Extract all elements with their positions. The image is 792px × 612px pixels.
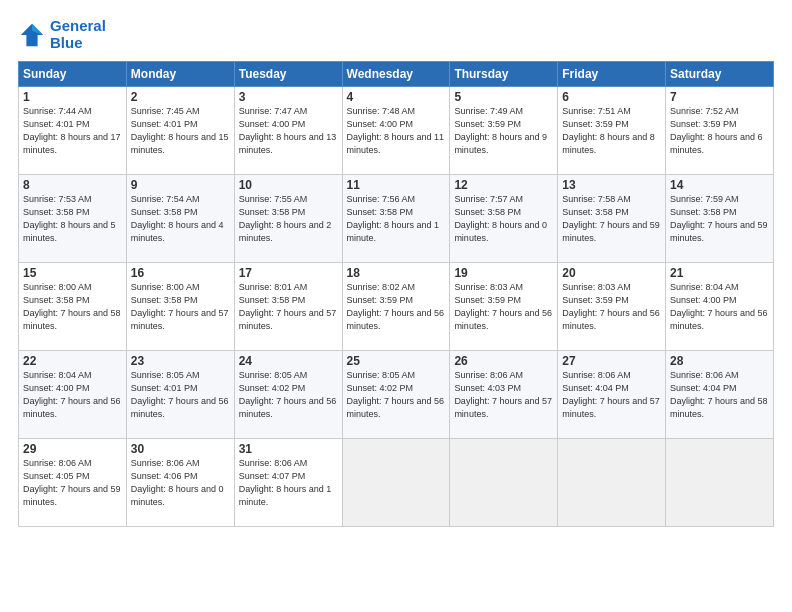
day-number: 24: [239, 354, 338, 368]
day-info: Sunrise: 8:06 AMSunset: 4:04 PMDaylight:…: [670, 370, 768, 419]
day-cell: 30Sunrise: 8:06 AMSunset: 4:06 PMDayligh…: [126, 439, 234, 527]
day-info: Sunrise: 8:05 AMSunset: 4:02 PMDaylight:…: [239, 370, 337, 419]
day-info: Sunrise: 8:06 AMSunset: 4:05 PMDaylight:…: [23, 458, 121, 507]
day-info: Sunrise: 8:00 AMSunset: 3:58 PMDaylight:…: [131, 282, 229, 331]
day-cell: 23Sunrise: 8:05 AMSunset: 4:01 PMDayligh…: [126, 351, 234, 439]
day-cell: 11Sunrise: 7:56 AMSunset: 3:58 PMDayligh…: [342, 175, 450, 263]
day-info: Sunrise: 8:06 AMSunset: 4:03 PMDaylight:…: [454, 370, 552, 419]
day-cell: [666, 439, 774, 527]
logo-text: General Blue: [50, 18, 106, 51]
day-number: 14: [670, 178, 769, 192]
day-info: Sunrise: 8:04 AMSunset: 4:00 PMDaylight:…: [670, 282, 768, 331]
col-header-saturday: Saturday: [666, 62, 774, 87]
day-number: 1: [23, 90, 122, 104]
day-info: Sunrise: 8:06 AMSunset: 4:06 PMDaylight:…: [131, 458, 224, 507]
col-header-friday: Friday: [558, 62, 666, 87]
day-cell: 5Sunrise: 7:49 AMSunset: 3:59 PMDaylight…: [450, 87, 558, 175]
day-number: 6: [562, 90, 661, 104]
day-info: Sunrise: 8:06 AMSunset: 4:04 PMDaylight:…: [562, 370, 660, 419]
day-info: Sunrise: 8:02 AMSunset: 3:59 PMDaylight:…: [347, 282, 445, 331]
day-number: 25: [347, 354, 446, 368]
day-cell: 9Sunrise: 7:54 AMSunset: 3:58 PMDaylight…: [126, 175, 234, 263]
day-cell: 24Sunrise: 8:05 AMSunset: 4:02 PMDayligh…: [234, 351, 342, 439]
day-number: 30: [131, 442, 230, 456]
day-cell: 10Sunrise: 7:55 AMSunset: 3:58 PMDayligh…: [234, 175, 342, 263]
day-number: 7: [670, 90, 769, 104]
col-header-wednesday: Wednesday: [342, 62, 450, 87]
day-cell: 4Sunrise: 7:48 AMSunset: 4:00 PMDaylight…: [342, 87, 450, 175]
day-cell: 25Sunrise: 8:05 AMSunset: 4:02 PMDayligh…: [342, 351, 450, 439]
day-number: 19: [454, 266, 553, 280]
day-info: Sunrise: 7:53 AMSunset: 3:58 PMDaylight:…: [23, 194, 116, 243]
day-info: Sunrise: 7:52 AMSunset: 3:59 PMDaylight:…: [670, 106, 763, 155]
day-info: Sunrise: 7:47 AMSunset: 4:00 PMDaylight:…: [239, 106, 337, 155]
day-info: Sunrise: 8:05 AMSunset: 4:02 PMDaylight:…: [347, 370, 445, 419]
day-cell: 28Sunrise: 8:06 AMSunset: 4:04 PMDayligh…: [666, 351, 774, 439]
day-number: 11: [347, 178, 446, 192]
week-row-4: 22Sunrise: 8:04 AMSunset: 4:00 PMDayligh…: [19, 351, 774, 439]
day-number: 5: [454, 90, 553, 104]
calendar-header-row: SundayMondayTuesdayWednesdayThursdayFrid…: [19, 62, 774, 87]
day-number: 13: [562, 178, 661, 192]
day-cell: 18Sunrise: 8:02 AMSunset: 3:59 PMDayligh…: [342, 263, 450, 351]
day-info: Sunrise: 8:00 AMSunset: 3:58 PMDaylight:…: [23, 282, 121, 331]
day-number: 9: [131, 178, 230, 192]
day-cell: [558, 439, 666, 527]
day-number: 28: [670, 354, 769, 368]
day-info: Sunrise: 7:45 AMSunset: 4:01 PMDaylight:…: [131, 106, 229, 155]
day-number: 27: [562, 354, 661, 368]
day-cell: 19Sunrise: 8:03 AMSunset: 3:59 PMDayligh…: [450, 263, 558, 351]
day-info: Sunrise: 7:55 AMSunset: 3:58 PMDaylight:…: [239, 194, 332, 243]
week-row-2: 8Sunrise: 7:53 AMSunset: 3:58 PMDaylight…: [19, 175, 774, 263]
day-number: 4: [347, 90, 446, 104]
week-row-1: 1Sunrise: 7:44 AMSunset: 4:01 PMDaylight…: [19, 87, 774, 175]
day-cell: 16Sunrise: 8:00 AMSunset: 3:58 PMDayligh…: [126, 263, 234, 351]
day-number: 29: [23, 442, 122, 456]
day-cell: 3Sunrise: 7:47 AMSunset: 4:00 PMDaylight…: [234, 87, 342, 175]
day-info: Sunrise: 8:03 AMSunset: 3:59 PMDaylight:…: [562, 282, 660, 331]
day-cell: 27Sunrise: 8:06 AMSunset: 4:04 PMDayligh…: [558, 351, 666, 439]
week-row-3: 15Sunrise: 8:00 AMSunset: 3:58 PMDayligh…: [19, 263, 774, 351]
day-info: Sunrise: 7:51 AMSunset: 3:59 PMDaylight:…: [562, 106, 655, 155]
day-cell: 20Sunrise: 8:03 AMSunset: 3:59 PMDayligh…: [558, 263, 666, 351]
day-info: Sunrise: 8:06 AMSunset: 4:07 PMDaylight:…: [239, 458, 332, 507]
day-number: 8: [23, 178, 122, 192]
day-number: 26: [454, 354, 553, 368]
day-cell: 29Sunrise: 8:06 AMSunset: 4:05 PMDayligh…: [19, 439, 127, 527]
day-info: Sunrise: 7:58 AMSunset: 3:58 PMDaylight:…: [562, 194, 660, 243]
day-info: Sunrise: 7:56 AMSunset: 3:58 PMDaylight:…: [347, 194, 440, 243]
day-number: 15: [23, 266, 122, 280]
day-cell: 2Sunrise: 7:45 AMSunset: 4:01 PMDaylight…: [126, 87, 234, 175]
day-cell: 13Sunrise: 7:58 AMSunset: 3:58 PMDayligh…: [558, 175, 666, 263]
day-info: Sunrise: 7:59 AMSunset: 3:58 PMDaylight:…: [670, 194, 768, 243]
day-cell: 22Sunrise: 8:04 AMSunset: 4:00 PMDayligh…: [19, 351, 127, 439]
day-cell: 26Sunrise: 8:06 AMSunset: 4:03 PMDayligh…: [450, 351, 558, 439]
week-row-5: 29Sunrise: 8:06 AMSunset: 4:05 PMDayligh…: [19, 439, 774, 527]
day-info: Sunrise: 8:01 AMSunset: 3:58 PMDaylight:…: [239, 282, 337, 331]
day-number: 10: [239, 178, 338, 192]
day-number: 12: [454, 178, 553, 192]
day-info: Sunrise: 7:44 AMSunset: 4:01 PMDaylight:…: [23, 106, 121, 155]
page: General Blue SundayMondayTuesdayWednesda…: [0, 0, 792, 612]
day-cell: 14Sunrise: 7:59 AMSunset: 3:58 PMDayligh…: [666, 175, 774, 263]
day-number: 21: [670, 266, 769, 280]
col-header-sunday: Sunday: [19, 62, 127, 87]
day-cell: 6Sunrise: 7:51 AMSunset: 3:59 PMDaylight…: [558, 87, 666, 175]
day-cell: 1Sunrise: 7:44 AMSunset: 4:01 PMDaylight…: [19, 87, 127, 175]
day-number: 2: [131, 90, 230, 104]
day-cell: 12Sunrise: 7:57 AMSunset: 3:58 PMDayligh…: [450, 175, 558, 263]
day-number: 20: [562, 266, 661, 280]
day-info: Sunrise: 7:49 AMSunset: 3:59 PMDaylight:…: [454, 106, 547, 155]
logo: General Blue: [18, 18, 106, 51]
day-info: Sunrise: 8:03 AMSunset: 3:59 PMDaylight:…: [454, 282, 552, 331]
col-header-thursday: Thursday: [450, 62, 558, 87]
day-number: 16: [131, 266, 230, 280]
day-number: 22: [23, 354, 122, 368]
day-number: 18: [347, 266, 446, 280]
day-cell: [450, 439, 558, 527]
day-info: Sunrise: 8:05 AMSunset: 4:01 PMDaylight:…: [131, 370, 229, 419]
day-number: 17: [239, 266, 338, 280]
day-cell: 8Sunrise: 7:53 AMSunset: 3:58 PMDaylight…: [19, 175, 127, 263]
col-header-monday: Monday: [126, 62, 234, 87]
day-info: Sunrise: 7:57 AMSunset: 3:58 PMDaylight:…: [454, 194, 547, 243]
